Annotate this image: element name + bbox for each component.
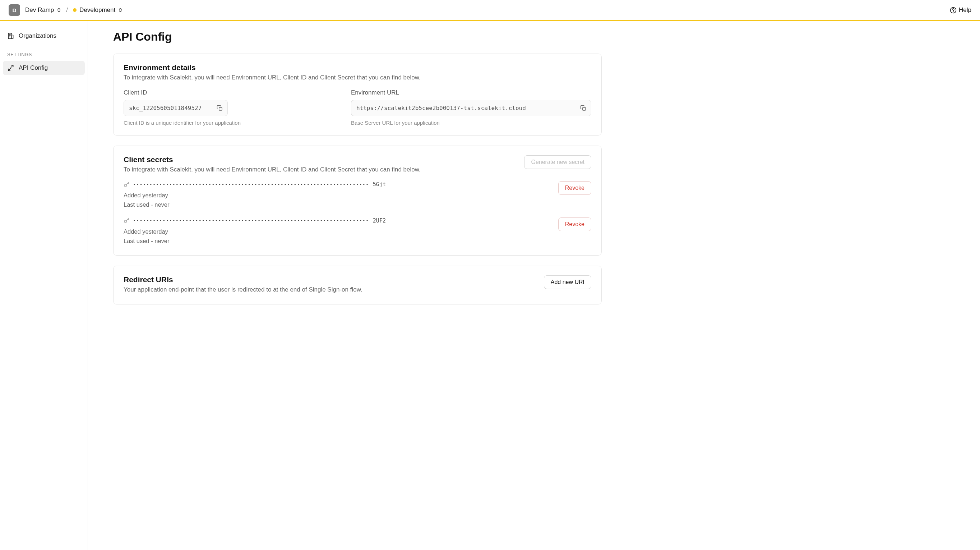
card-title: Client secrets [124,155,421,164]
card-title: Redirect URIs [124,275,363,284]
building-icon [7,32,14,40]
key-icon [124,182,130,188]
secret-added: Added yesterday [124,227,558,236]
field-help: Client ID is a unique identifier for you… [124,120,329,126]
add-new-uri-button[interactable]: Add new URI [544,275,591,289]
page-title: API Config [113,30,602,43]
breadcrumb: D Dev Ramp / Development [9,4,123,16]
copy-environment-url-button[interactable] [576,101,591,115]
redirect-uris-card: Redirect URIs Your application end-point… [113,266,602,304]
svg-rect-10 [583,107,585,110]
chevron-updown-icon [118,8,123,13]
svg-rect-9 [219,107,222,110]
generate-new-secret-button[interactable]: Generate new secret [524,155,591,169]
secret-last-used: Last used - never [124,236,558,246]
svg-rect-2 [8,33,11,39]
environment-dot-icon [73,8,76,12]
client-secrets-card: Client secrets To integrate with Scaleki… [113,145,602,256]
environment-name: Development [80,6,115,14]
environment-url-box: https://scalekit2b5cee2b000137-tst.scale… [351,100,591,116]
secret-suffix: 2UF2 [373,217,386,224]
sidebar-item-label: API Config [19,64,48,72]
sidebar-item-organizations[interactable]: Organizations [3,29,85,43]
copy-icon [580,105,587,112]
secret-last-used: Last used - never [124,200,558,209]
revoke-button[interactable]: Revoke [558,181,591,195]
client-id-field: Client ID skc_12205605011849527 Client I… [124,89,329,126]
chevron-updown-icon [57,8,61,13]
revoke-button[interactable]: Revoke [558,217,591,231]
client-id-box: skc_12205605011849527 [124,100,228,116]
field-label: Environment URL [351,89,591,96]
svg-point-1 [953,11,953,12]
svg-rect-3 [12,35,13,39]
environment-details-card: Environment details To integrate with Sc… [113,54,602,136]
help-label: Help [959,6,971,14]
key-icon [124,217,130,223]
environment-switcher[interactable]: Development [73,6,123,14]
secret-row: ••••••••••••••••••••••••••••••••••••••••… [124,181,591,210]
top-bar: D Dev Ramp / Development Help [0,0,980,21]
secret-masked: ••••••••••••••••••••••••••••••••••••••••… [133,218,369,223]
card-description: To integrate with Scalekit, you will nee… [124,74,591,81]
copy-client-id-button[interactable] [212,101,228,115]
breadcrumb-separator: / [66,6,68,14]
field-help: Base Server URL for your application [351,120,591,126]
field-label: Client ID [124,89,329,96]
sidebar: Organizations SETTINGS API Config [0,21,88,550]
card-description: To integrate with Scalekit, you will nee… [124,166,421,173]
help-link[interactable]: Help [950,6,971,14]
code-icon [7,64,14,72]
workspace-switcher[interactable]: Dev Ramp [25,6,61,14]
environment-url-field: Environment URL https://scalekit2b5cee2b… [351,89,591,126]
card-description: Your application end-point that the user… [124,286,363,293]
workspace-name: Dev Ramp [25,6,54,14]
sidebar-section-label: SETTINGS [3,43,85,61]
workspace-avatar: D [9,4,20,16]
main-content: API Config Environment details To integr… [88,21,627,550]
environment-url-value: https://scalekit2b5cee2b000137-tst.scale… [352,100,576,116]
secret-added: Added yesterday [124,191,558,200]
sidebar-item-api-config[interactable]: API Config [3,61,85,75]
client-id-value: skc_12205605011849527 [124,100,212,116]
secret-masked: ••••••••••••••••••••••••••••••••••••••••… [133,182,369,187]
sidebar-item-label: Organizations [19,32,56,40]
secret-suffix: 5Gjt [373,181,386,188]
help-icon [950,7,957,14]
copy-icon [216,105,223,112]
secret-row: ••••••••••••••••••••••••••••••••••••••••… [124,217,591,246]
card-title: Environment details [124,63,591,72]
